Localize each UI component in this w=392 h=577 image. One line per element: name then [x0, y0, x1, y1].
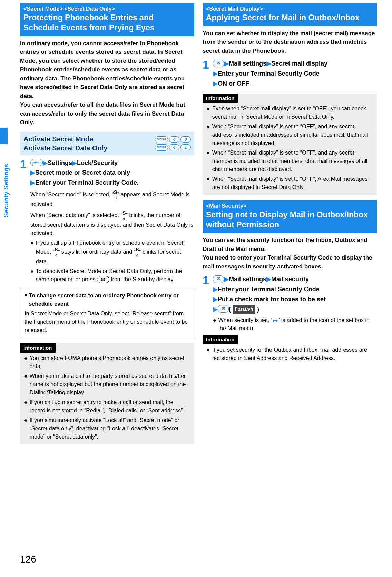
info-block-right-1: Information ●Even when “Secret mail disp… — [203, 94, 377, 195]
step-desc-1: When “Secret mode” is selected, “S⊘” app… — [30, 190, 194, 208]
step-nav: ✉▶Mail settings▶Mail security ▶Enter you… — [213, 274, 377, 314]
section-tag: <Mail Security> — [206, 202, 373, 210]
step-body: ✉▶Mail settings▶Secret mail display ▶Ent… — [213, 59, 377, 88]
left-column: <Secret Mode> <Secret Data Only> Protect… — [20, 3, 194, 444]
intro-paragraph: You can set whether to display the mail … — [203, 29, 377, 56]
bullet-1: ● If you call up a Phonebook entry or sc… — [30, 239, 194, 266]
nav-lock-security: Lock/Security — [77, 159, 118, 166]
secret-s-icon: S⊘ — [122, 210, 126, 221]
side-tab-label: Security Settings — [1, 164, 11, 217]
section-head-mail-security: <Mail Security> Setting not to Display M… — [203, 200, 377, 233]
info-bullet: ●If you call up a secret entry to make a… — [20, 398, 194, 415]
step-nav: ✉▶Mail settings▶Secret mail display ▶Ent… — [213, 59, 377, 88]
info-bullet: ●When “Secret mail display” is set to “O… — [203, 175, 377, 192]
intro-paragraph: In ordinary mode, you cannot access/refe… — [20, 39, 194, 127]
nav-enter-code: Enter your Terminal Security Code — [218, 286, 320, 293]
step-body: MENU▶Settings▶Lock/Security ▶Secret mode… — [30, 158, 194, 284]
secret-s-icon: S⊘ — [55, 247, 58, 257]
activate-subhead-title: Activate Secret Mode Activate Secret Dat… — [23, 135, 107, 153]
note-head: ■To change secret data to an ordinary Ph… — [24, 292, 190, 308]
finish-label: Finish — [233, 305, 255, 314]
menu-key-icon: MENU — [155, 144, 168, 151]
nav-check-boxes: Put a check mark for boxes to be set — [218, 296, 326, 303]
step-number: 1 — [20, 158, 28, 284]
section-title: Protecting Phonebook Entries and Schedul… — [23, 13, 191, 33]
side-tab-accent — [0, 128, 8, 144]
num-key-0: 0 — [180, 136, 191, 143]
activate-subhead: Activate Secret Mode Activate Secret Dat… — [20, 132, 194, 155]
step-1-right-b: 1 ✉▶Mail settings▶Mail security ▶Enter y… — [203, 274, 377, 333]
mail-key-icon: ✉ — [213, 60, 224, 67]
section-tag: <Secret Mail Display> — [206, 5, 373, 13]
hangup-key-icon: ☎ — [97, 276, 109, 283]
page-columns: <Secret Mode> <Secret Data Only> Protect… — [0, 0, 392, 444]
info-bullet: ●You can store FOMA phone’s Phonebook en… — [20, 354, 194, 371]
section-head-secret-mode: <Secret Mode> <Secret Data Only> Protect… — [20, 3, 194, 36]
step-desc-2: When “Secret data only” is selected, “S⊘… — [30, 211, 194, 237]
nav-settings: Settings — [48, 159, 72, 166]
info-bullet: ●If you set security for the Outbox and … — [203, 346, 377, 362]
step-1-left: 1 MENU▶Settings▶Lock/Security ▶Secret mo… — [20, 158, 194, 284]
nav-mail-security: Mail security — [271, 276, 309, 283]
secret-s-icon: S⊘ — [136, 247, 139, 257]
menu-icon: MENU — [30, 159, 43, 166]
info-bullet: ●When “Secret mail display” is set to “O… — [203, 123, 377, 147]
info-block-left: Information ●You can store FOMA phone’s … — [20, 343, 194, 444]
side-tab: Security Settings — [0, 128, 14, 224]
mail-key-icon: ✉ — [218, 305, 229, 313]
information-label: Information — [203, 94, 238, 103]
information-label: Information — [203, 335, 238, 344]
info-block-right-2: Information ●If you set security for the… — [203, 335, 377, 366]
step-body: ✉▶Mail settings▶Mail security ▶Enter you… — [213, 274, 377, 333]
menu-key-hints: MENU 4 0 MENU 4 1 — [155, 136, 191, 151]
num-key-4: 4 — [169, 144, 179, 150]
right-column: <Secret Mail Display> Applying Secret fo… — [203, 3, 377, 444]
key-row-2: MENU 4 1 — [155, 144, 191, 151]
page-number: 126 — [20, 552, 36, 567]
num-key-1: 1 — [180, 144, 191, 150]
nav-enter-code: Enter your Terminal Security Code. — [35, 179, 139, 186]
nav-secret-mode-or-data-only: Secret mode or Secret data only — [35, 169, 130, 176]
step-number: 1 — [203, 59, 210, 88]
info-bullet: ●Even when “Secret mail display” is set … — [203, 105, 377, 121]
info-bullet: ●When “Secret mail display” is set to “O… — [203, 149, 377, 174]
key-row-1: MENU 4 0 — [155, 136, 191, 143]
info-bullet: ●When you make a call to the party store… — [20, 372, 194, 397]
section-head-secret-mail: <Secret Mail Display> Applying Secret fo… — [203, 3, 377, 26]
section-tag: <Secret Mode> <Secret Data Only> — [23, 5, 191, 13]
mail-key-icon: ✉ — [213, 275, 224, 283]
intro-paragraph: You can set the security function for th… — [203, 236, 377, 271]
step-nav: MENU▶Settings▶Lock/Security ▶Secret mode… — [30, 158, 194, 188]
change-secret-note: ■To change secret data to an ordinary Ph… — [20, 288, 194, 338]
nav-on-off: ON or OFF — [218, 80, 249, 87]
nav-enter-code: Enter your Terminal Security Code — [218, 70, 320, 77]
nav-mail-settings: Mail settings — [229, 60, 266, 67]
secret-s-icon: S⊘ — [114, 189, 117, 200]
step-number: 1 — [203, 274, 210, 333]
section-title: Applying Secret for Mail in Outbox/Inbox — [206, 13, 373, 23]
menu-key-icon: MENU — [155, 136, 168, 143]
note-body: In Secret Mode or Secret Data Only, sele… — [24, 310, 190, 334]
step-bullet: ● When security is set, “🗝” is added to … — [213, 316, 377, 333]
info-bullet: ●If you simultaneously activate “Lock al… — [20, 416, 194, 441]
section-title: Setting not to Display Mail in Outbox/In… — [206, 210, 373, 230]
bullet-2: ● To deactivate Secret Mode or Secret Da… — [30, 267, 194, 284]
information-label: Information — [20, 343, 56, 353]
nav-mail-settings: Mail settings — [229, 276, 266, 283]
step-1-right-a: 1 ✉▶Mail settings▶Secret mail display ▶E… — [203, 59, 377, 88]
key-lock-icon: 🗝 — [273, 317, 278, 325]
nav-secret-mail-display: Secret mail display — [271, 60, 327, 67]
num-key-4: 4 — [169, 136, 179, 143]
